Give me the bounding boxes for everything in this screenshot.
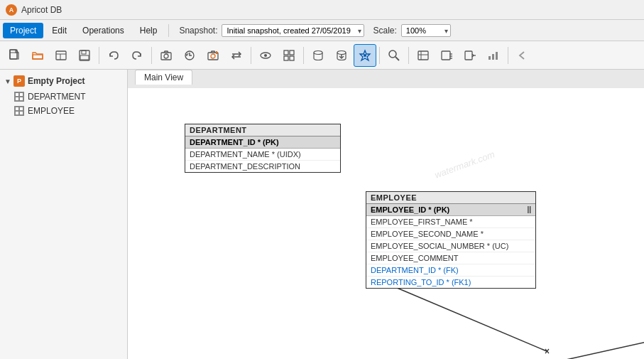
- toolbar: [0, 41, 644, 70]
- tb-sep3: [251, 47, 251, 64]
- open-button[interactable]: [26, 44, 49, 67]
- canvas-surface[interactable]: DEPARTMENT DEPARTMENT_ID * (PK) DEPARTME…: [128, 88, 644, 359]
- employee-fk-row-1: REPORTING_TO_ID * (FK1): [366, 277, 535, 288]
- menu-help[interactable]: Help: [133, 23, 165, 38]
- app-icon: A: [6, 4, 17, 16]
- sidebar-item-employee[interactable]: EMPLOYEE: [0, 104, 127, 118]
- department-row-0: DEPARTMENT_NAME * (UIDX): [185, 149, 340, 161]
- svg-rect-22: [290, 56, 294, 60]
- undo-button[interactable]: [102, 44, 125, 67]
- sidebar: ▼ P Empty Project DEPARTMENT EMPLOYEE: [0, 70, 128, 359]
- project-name: Empty Project: [28, 76, 85, 86]
- snapshot-camera-button[interactable]: [202, 44, 224, 67]
- svg-point-24: [337, 50, 346, 54]
- view2-button[interactable]: [278, 44, 300, 67]
- menu-project[interactable]: Project: [3, 23, 43, 38]
- svg-line-47: [545, 349, 549, 353]
- snapshot-label: Snapshot:: [179, 26, 217, 36]
- export1-button[interactable]: [412, 44, 435, 67]
- menubar: Project Edit Operations Help Snapshot: I…: [0, 20, 644, 41]
- menu-sep: [168, 24, 169, 37]
- table-icon-department: [14, 92, 24, 102]
- svg-line-43: [547, 326, 644, 359]
- tb-sep4: [303, 47, 304, 64]
- department-row-1: DEPARTMENT_DESCRIPTION: [185, 161, 340, 172]
- department-label: DEPARTMENT: [28, 92, 86, 102]
- svg-rect-21: [284, 56, 288, 60]
- svg-rect-20: [290, 50, 294, 55]
- department-table[interactable]: DEPARTMENT DEPARTMENT_ID * (PK) DEPARTME…: [185, 124, 341, 173]
- redo-button[interactable]: [126, 44, 148, 67]
- snapshot-select-wrapper[interactable]: Initial snapshot, created 27/05/2019: [222, 24, 364, 37]
- svg-line-42: [387, 284, 547, 351]
- menu-operations[interactable]: Operations: [75, 23, 131, 38]
- titlebar: A Apricot DB: [0, 0, 644, 20]
- view-button[interactable]: [254, 44, 277, 67]
- employee-label: EMPLOYEE: [28, 106, 75, 116]
- tb-sep5: [379, 47, 380, 64]
- sidebar-item-department[interactable]: DEPARTMENT: [0, 90, 127, 104]
- svg-rect-41: [496, 52, 498, 60]
- restore-button[interactable]: [178, 44, 201, 67]
- department-pk-row: DEPARTMENT_ID * (PK): [185, 136, 340, 149]
- scale-select[interactable]: 100%: [401, 24, 451, 37]
- export3-button[interactable]: [459, 44, 481, 67]
- canvas-area[interactable]: Main View DEPARTMENT DEPART: [128, 70, 644, 359]
- project-node[interactable]: ▼ P Empty Project: [0, 73, 127, 90]
- svg-point-23: [314, 50, 322, 54]
- svg-point-27: [364, 54, 366, 57]
- tb-sep2: [151, 47, 152, 64]
- tree-arrow: ▼: [4, 77, 11, 85]
- employee-table-title: EMPLOYEE: [366, 192, 535, 204]
- employee-row-1: EMPLOYEE_SECOND_NAME *: [366, 228, 535, 240]
- svg-point-18: [264, 54, 267, 57]
- svg-rect-39: [489, 56, 491, 60]
- svg-point-28: [389, 50, 396, 58]
- table-view-button[interactable]: [50, 44, 72, 67]
- project-icon: P: [13, 75, 25, 87]
- svg-rect-30: [418, 51, 428, 60]
- tb-sep1: [99, 47, 99, 64]
- save-button[interactable]: [73, 44, 96, 67]
- svg-line-29: [395, 57, 399, 60]
- main-layout: ▼ P Empty Project DEPARTMENT EMPLOYEE: [0, 70, 644, 359]
- snapshot-select[interactable]: Initial snapshot, created 27/05/2019: [222, 24, 364, 37]
- svg-rect-40: [492, 54, 494, 60]
- svg-rect-3: [56, 51, 66, 60]
- svg-rect-2: [33, 55, 43, 59]
- employee-pk-row: EMPLOYEE_ID * (PK) ||: [366, 204, 535, 216]
- tb-sep6: [408, 47, 409, 64]
- db-connect-button[interactable]: [307, 44, 329, 67]
- employee-row-3: EMPLOYEE_COMMENT: [366, 252, 535, 264]
- department-table-title: DEPARTMENT: [185, 124, 340, 136]
- chart-button[interactable]: [482, 44, 505, 67]
- employee-table[interactable]: EMPLOYEE EMPLOYEE_ID * (PK) || EMPLOYEE_…: [366, 191, 536, 289]
- svg-rect-33: [442, 51, 450, 60]
- svg-rect-37: [465, 51, 472, 60]
- scale-select-wrapper[interactable]: 100%: [401, 24, 451, 37]
- scale-label: Scale:: [373, 26, 396, 36]
- svg-point-10: [164, 54, 168, 58]
- tb-sep7: [508, 47, 508, 64]
- new-file-button[interactable]: [3, 44, 26, 67]
- export2-button[interactable]: [435, 44, 458, 67]
- svg-point-13: [211, 54, 215, 58]
- main-view-tab[interactable]: Main View: [135, 70, 192, 85]
- employee-row-2: EMPLOYEE_SOCIAL_NUMBER * (UC): [366, 240, 535, 252]
- app-title: Apricot DB: [21, 5, 62, 15]
- db-export-button[interactable]: [330, 44, 353, 67]
- nav-back-button[interactable]: [511, 44, 534, 67]
- table-icon-employee: [14, 106, 24, 116]
- svg-rect-7: [82, 50, 86, 54]
- transfer-button[interactable]: [225, 44, 248, 67]
- highlight-button[interactable]: [354, 44, 376, 67]
- svg-rect-8: [80, 55, 89, 60]
- svg-rect-19: [284, 50, 288, 55]
- search-button[interactable]: [383, 44, 405, 67]
- employee-fk-row-0: DEPARTMENT_ID * (FK): [366, 264, 535, 277]
- employee-row-0: EMPLOYEE_FIRST_NAME *: [366, 216, 535, 228]
- watermark: watermark.com: [433, 149, 496, 180]
- camera-button[interactable]: [155, 44, 178, 67]
- svg-line-46: [545, 349, 549, 353]
- menu-edit[interactable]: Edit: [45, 23, 74, 38]
